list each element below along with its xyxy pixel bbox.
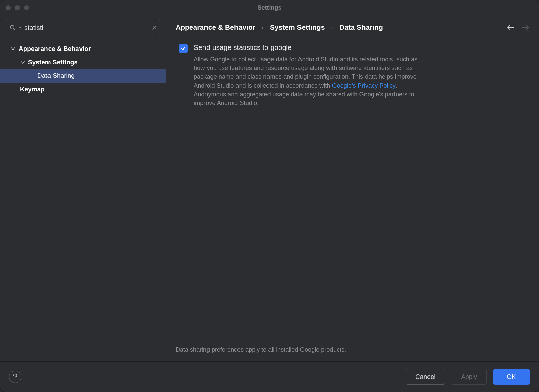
send-usage-stats-checkbox[interactable]: [179, 44, 188, 53]
setting-row: Send usage statistics to google Allow Go…: [179, 43, 526, 107]
titlebar: Settings: [0, 0, 539, 15]
search-input[interactable]: [24, 24, 149, 32]
breadcrumb: Appearance & Behavior › System Settings …: [176, 23, 383, 31]
sidebar-item-label: Keymap: [20, 86, 45, 93]
search-dropdown-icon[interactable]: [19, 26, 22, 29]
search-field[interactable]: [6, 20, 160, 35]
svg-point-0: [10, 25, 14, 29]
sidebar: Appearance & Behavior System Settings Da…: [0, 15, 166, 361]
breadcrumb-part[interactable]: Appearance & Behavior: [176, 23, 255, 31]
setting-label[interactable]: Send usage statistics to google: [194, 43, 430, 52]
sidebar-item-keymap[interactable]: Keymap: [0, 83, 166, 96]
window-title: Settings: [0, 4, 539, 11]
nav-forward-icon: [522, 24, 529, 30]
help-button[interactable]: [9, 371, 21, 383]
apply-button: Apply: [451, 369, 487, 385]
breadcrumb-separator: ›: [331, 23, 333, 31]
breadcrumb-part[interactable]: System Settings: [270, 23, 325, 31]
ok-button[interactable]: OK: [493, 369, 530, 385]
chevron-down-icon: [19, 60, 26, 64]
settings-body: Appearance & Behavior System Settings Da…: [0, 15, 539, 361]
content-header: Appearance & Behavior › System Settings …: [166, 15, 539, 33]
breadcrumb-part: Data Sharing: [339, 23, 383, 31]
settings-window: Settings: [0, 0, 539, 392]
sidebar-item-label: Appearance & Behavior: [19, 45, 91, 53]
window-controls: [6, 5, 29, 10]
sidebar-item-data-sharing[interactable]: Data Sharing: [0, 69, 166, 83]
sidebar-item-label: Data Sharing: [37, 72, 75, 79]
nav-back-icon[interactable]: [507, 24, 514, 30]
svg-point-4: [15, 379, 15, 379]
privacy-policy-link[interactable]: Google's Privacy Policy: [332, 82, 395, 89]
chevron-down-icon: [10, 47, 17, 51]
sidebar-item-label: System Settings: [28, 59, 78, 66]
svg-line-1: [14, 29, 15, 30]
setting-description: Allow Google to collect usage data for A…: [194, 55, 430, 107]
breadcrumb-separator: ›: [261, 23, 264, 31]
main-panel: Send usage statistics to google Allow Go…: [166, 33, 539, 339]
sidebar-item-appearance-behavior[interactable]: Appearance & Behavior: [0, 42, 166, 56]
dialog-button-bar: Cancel Apply OK: [0, 361, 539, 392]
search-icon: [9, 24, 16, 31]
content-pane: Appearance & Behavior › System Settings …: [166, 15, 539, 361]
minimize-window-button[interactable]: [15, 5, 20, 10]
settings-tree: Appearance & Behavior System Settings Da…: [0, 40, 166, 361]
maximize-window-button[interactable]: [24, 5, 29, 10]
search-wrap: [0, 20, 166, 40]
close-window-button[interactable]: [6, 5, 11, 10]
clear-search-icon[interactable]: [152, 25, 157, 30]
nav-arrows: [507, 24, 529, 30]
sidebar-item-system-settings[interactable]: System Settings: [0, 56, 166, 69]
setting-body: Send usage statistics to google Allow Go…: [194, 43, 430, 107]
footer-note: Data sharing preferences apply to all in…: [166, 339, 539, 361]
cancel-button[interactable]: Cancel: [406, 369, 445, 385]
